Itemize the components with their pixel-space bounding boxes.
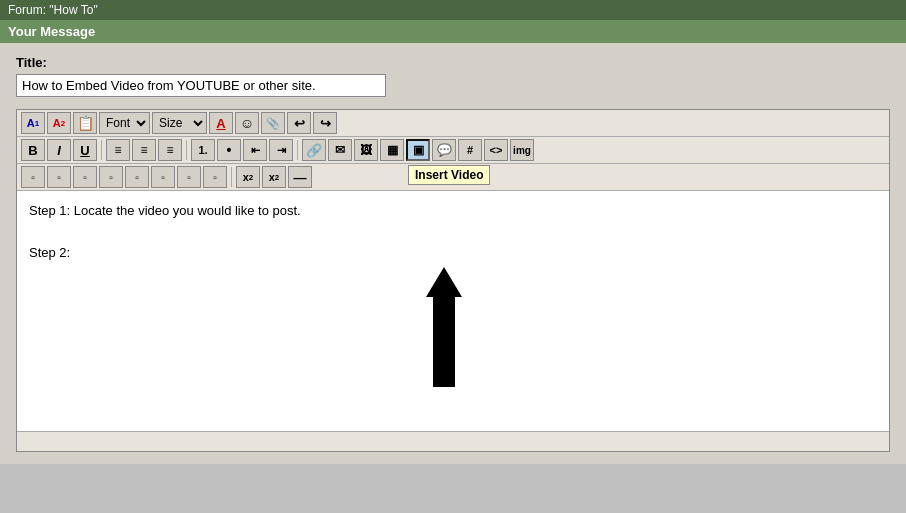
horizontal-rule-button[interactable]: — <box>288 166 312 188</box>
sep3 <box>297 140 298 160</box>
sep4 <box>231 167 232 187</box>
tb3-btn7[interactable]: ▫ <box>177 166 201 188</box>
editor-content[interactable]: Step 1: Locate the video you would like … <box>17 191 889 431</box>
insert-email-button[interactable]: ✉ <box>328 139 352 161</box>
insert-quote-button[interactable]: 💬 <box>432 139 456 161</box>
tb3-btn6[interactable]: ▫ <box>151 166 175 188</box>
superscript-button[interactable]: x2 <box>262 166 286 188</box>
forum-bar-text: Forum: "How To" <box>8 3 98 17</box>
align-right-button[interactable]: ≡ <box>158 139 182 161</box>
format-a2-button[interactable]: A2 <box>47 112 71 134</box>
main-area: Title: A1 A2 📋 Font Size 8 <box>0 43 906 464</box>
toolbar-row-2: B I U ≡ ≡ ≡ 1. <box>17 137 889 164</box>
align-center-button[interactable]: ≡ <box>132 139 156 161</box>
underline-button[interactable]: U <box>73 139 97 161</box>
tb3-btn3[interactable]: ▫ <box>73 166 97 188</box>
align-left-button[interactable]: ≡ <box>106 139 130 161</box>
sep2 <box>186 140 187 160</box>
insert-link-button[interactable]: 🔗 <box>302 139 326 161</box>
your-message-label: Your Message <box>8 24 95 39</box>
title-input[interactable] <box>16 74 386 97</box>
editor-footer <box>17 431 889 451</box>
insert-table-button[interactable]: ▦ <box>380 139 404 161</box>
insert-code-button[interactable]: <> <box>484 139 508 161</box>
sep1 <box>101 140 102 160</box>
your-message-bar: Your Message <box>0 20 906 43</box>
tb3-btn1[interactable]: ▫ <box>21 166 45 188</box>
paste-button[interactable]: 📋 <box>73 112 97 134</box>
format-a1-button[interactable]: A1 <box>21 112 45 134</box>
toolbar-row-1: A1 A2 📋 Font Size 8 10 12 14 18 <box>17 110 889 137</box>
editor-line-2: Step 2: <box>29 243 877 264</box>
insert-image-button[interactable]: 🖼 <box>354 139 378 161</box>
unordered-list-button[interactable]: • <box>217 139 241 161</box>
redo-button[interactable]: ↪ <box>313 112 337 134</box>
emoji-button[interactable]: ☺ <box>235 112 259 134</box>
insert-img-tag-button[interactable]: img <box>510 139 534 161</box>
attach-button[interactable]: 📎 <box>261 112 285 134</box>
undo-button[interactable]: ↩ <box>287 112 311 134</box>
outdent-button[interactable]: ⇤ <box>243 139 267 161</box>
size-select[interactable]: Size 8 10 12 14 18 24 <box>152 112 207 134</box>
tb3-btn2[interactable]: ▫ <box>47 166 71 188</box>
indent-button[interactable]: ⇥ <box>269 139 293 161</box>
editor-wrapper: A1 A2 📋 Font Size 8 10 12 14 18 <box>16 109 890 452</box>
title-label: Title: <box>16 55 890 70</box>
tb3-btn8[interactable]: ▫ <box>203 166 227 188</box>
forum-bar: Forum: "How To" <box>0 0 906 20</box>
font-color-button[interactable]: A <box>209 112 233 134</box>
bold-button[interactable]: B <box>21 139 45 161</box>
tb3-btn4[interactable]: ▫ <box>99 166 123 188</box>
title-section: Title: <box>16 55 890 109</box>
toolbar-row-3: ▫ ▫ ▫ ▫ ▫ ▫ ▫ ▫ x2 x2 — <box>17 164 889 191</box>
insert-video-button[interactable]: ▣ Insert Video <box>406 139 430 161</box>
insert-hash-button[interactable]: # <box>458 139 482 161</box>
editor-container: A1 A2 📋 Font Size 8 10 12 14 18 <box>16 109 890 452</box>
font-select[interactable]: Font <box>99 112 150 134</box>
italic-button[interactable]: I <box>47 139 71 161</box>
tb3-btn5[interactable]: ▫ <box>125 166 149 188</box>
editor-line-1: Step 1: Locate the video you would like … <box>29 201 877 222</box>
ordered-list-button[interactable]: 1. <box>191 139 215 161</box>
subscript-button[interactable]: x2 <box>236 166 260 188</box>
